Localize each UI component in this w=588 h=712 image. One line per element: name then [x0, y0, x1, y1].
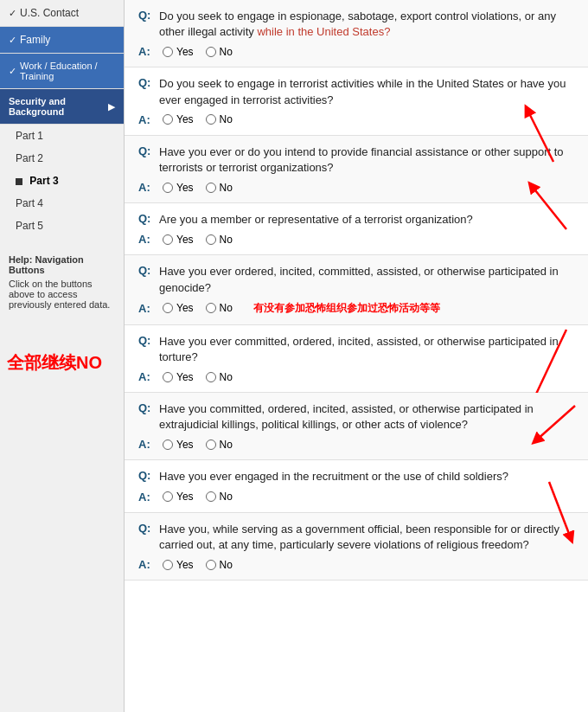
q-label-3: Q: [138, 144, 154, 176]
radio-circle-no-q1 [206, 47, 216, 57]
radio-no-label-q6: No [220, 371, 233, 383]
radio-yes-q5[interactable]: Yes [163, 302, 194, 314]
radio-circle-yes-q3 [163, 183, 173, 193]
q-label-1: Q: [138, 9, 154, 40]
radio-no-q6[interactable]: No [206, 371, 233, 383]
radio-yes-label-q8: Yes [176, 491, 194, 503]
radio-circle-yes-q6 [163, 372, 173, 382]
radio-circle-no-q6 [206, 372, 216, 382]
radio-yes-q6[interactable]: Yes [163, 371, 194, 383]
q-text-9: Have you, while serving as a government … [159, 522, 574, 553]
sidebar-sub-part1[interactable]: Part 1 [0, 125, 124, 147]
sidebar-sub-part2[interactable]: Part 2 [0, 147, 124, 170]
radio-yes-label-q4: Yes [176, 234, 194, 246]
radio-no-label-q7: No [220, 439, 233, 451]
sidebar-sub-part4[interactable]: Part 4 [0, 192, 124, 215]
radio-yes-q2[interactable]: Yes [163, 113, 194, 125]
radio-yes-q7[interactable]: Yes [163, 439, 194, 451]
radio-yes-label-q5: Yes [176, 302, 194, 314]
radio-yes-q8[interactable]: Yes [163, 491, 194, 503]
a-label-4: A: [138, 233, 154, 246]
radio-circle-no-q2 [206, 114, 216, 125]
radio-no-q9[interactable]: No [206, 559, 233, 571]
a-label-6: A: [138, 370, 154, 383]
radio-yes-q4[interactable]: Yes [163, 234, 194, 246]
radio-no-q2[interactable]: No [206, 113, 233, 125]
help-title: Help: Navigation Buttons [9, 254, 115, 275]
sidebar-label-work: Work / Education / Training [20, 61, 115, 81]
qa-block-q9: Q: Have you, while serving as a governme… [125, 513, 588, 581]
q-label-7: Q: [138, 401, 154, 433]
radio-circle-yes-q5 [163, 303, 173, 313]
radio-circle-no-q7 [206, 439, 216, 450]
radio-no-q3[interactable]: No [206, 182, 233, 194]
radio-yes-q9[interactable]: Yes [163, 559, 194, 571]
radio-circle-no-q3 [206, 183, 216, 193]
radio-circle-yes-q1 [163, 47, 173, 57]
radio-no-q8[interactable]: No [206, 491, 233, 503]
q-text-5: Have you ever ordered, incited, committe… [159, 264, 574, 295]
qa-block-q1: Q: Do you seek to engage in espionage, s… [125, 0, 588, 67]
q-text-8: Have you ever engaged in the recruitment… [159, 469, 508, 484]
annotation-chinese: 全部继续NO [7, 353, 102, 372]
sidebar-item-security-background[interactable]: Security and Background ▶ [0, 89, 124, 125]
main-content: Q: Do you seek to engage in espionage, s… [125, 0, 588, 712]
radio-no-q1[interactable]: No [206, 46, 233, 58]
radio-yes-label-q9: Yes [176, 559, 194, 571]
check-icon: ✓ [9, 8, 16, 19]
q-text-3: Have you ever or do you intend to provid… [159, 144, 574, 176]
q-text-4: Are you a member or representative of a … [159, 212, 473, 228]
annotation-label-chinese: 有没有参加恐怖组织参加过恐怖活动等等 [253, 301, 440, 316]
sidebar-sub-part3[interactable]: Part 3 [0, 170, 124, 192]
q-label-4: Q: [138, 212, 154, 228]
radio-no-label-q4: No [220, 234, 233, 246]
sidebar: ✓ U.S. Contact ✓ Family ✓ Work / Educati… [0, 0, 125, 712]
qa-block-q5: Q: Have you ever ordered, incited, commi… [125, 255, 588, 324]
part5-label: Part 5 [16, 220, 43, 232]
radio-circle-yes-q2 [163, 114, 173, 125]
radio-no-q4[interactable]: No [206, 234, 233, 246]
radio-no-q5[interactable]: No [206, 302, 233, 314]
a-label-8: A: [138, 491, 154, 504]
q-label-9: Q: [138, 522, 154, 553]
radio-circle-no-q9 [206, 560, 216, 570]
radio-yes-q1[interactable]: Yes [163, 46, 194, 58]
radio-yes-label-q2: Yes [176, 113, 194, 125]
a-label-1: A: [138, 45, 154, 58]
q-text-7: Have you committed, ordered, incited, as… [159, 401, 574, 433]
qa-block-q2: Q: Do you seek to engage in terrorist ac… [125, 67, 588, 135]
a-label-7: A: [138, 438, 154, 451]
a-label-2: A: [138, 113, 154, 126]
sidebar-label-security: Security and Background [9, 96, 108, 117]
q-label-6: Q: [138, 334, 154, 365]
help-text: Click on the buttons above to access pre… [9, 279, 110, 310]
radio-circle-no-q8 [206, 491, 216, 502]
radio-no-label-q2: No [220, 113, 233, 125]
radio-yes-label-q1: Yes [176, 46, 194, 58]
q-text-6: Have you ever committed, ordered, incite… [159, 334, 574, 365]
radio-circle-no-q5 [206, 303, 216, 313]
radio-no-q7[interactable]: No [206, 439, 233, 451]
qa-block-q6: Q: Have you ever committed, ordered, inc… [125, 325, 588, 393]
radio-yes-q3[interactable]: Yes [163, 182, 194, 194]
q-label-8: Q: [138, 469, 154, 484]
a-label-5: A: [138, 302, 154, 315]
q-label-5: Q: [138, 264, 154, 295]
radio-circle-yes-q9 [163, 560, 173, 570]
sidebar-help: Help: Navigation Buttons Click on the bu… [0, 246, 124, 318]
check-icon-work: ✓ [9, 66, 16, 77]
qa-block-q8: Q: Have you ever engaged in the recruitm… [125, 460, 588, 512]
radio-yes-label-q3: Yes [176, 182, 194, 194]
part1-label: Part 1 [16, 130, 43, 142]
sidebar-item-work-education[interactable]: ✓ Work / Education / Training [0, 54, 124, 89]
a-label-3: A: [138, 181, 154, 194]
sidebar-item-family[interactable]: ✓ Family [0, 27, 124, 54]
radio-yes-label-q6: Yes [176, 371, 194, 383]
radio-no-label-q3: No [220, 182, 233, 194]
q-text-2: Do you seek to engage in terrorist activ… [159, 76, 574, 107]
check-icon-family: ✓ [9, 35, 16, 46]
radio-circle-yes-q4 [163, 234, 173, 245]
sidebar-sub-part5[interactable]: Part 5 [0, 215, 124, 237]
sidebar-item-us-contact[interactable]: ✓ U.S. Contact [0, 0, 124, 27]
part4-label: Part 4 [16, 197, 43, 209]
